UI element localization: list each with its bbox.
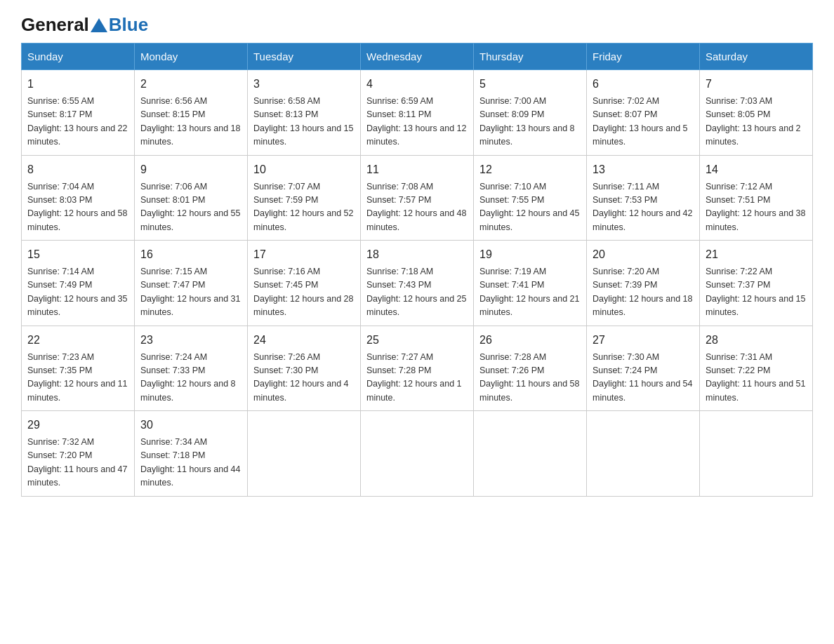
- day-info: Sunrise: 7:10 AMSunset: 7:55 PMDaylight:…: [479, 180, 581, 235]
- calendar-cell: 6Sunrise: 7:02 AMSunset: 8:07 PMDaylight…: [587, 70, 700, 156]
- logo: General Blue: [21, 14, 148, 36]
- day-info: Sunrise: 7:02 AMSunset: 8:07 PMDaylight:…: [593, 95, 694, 149]
- calendar-cell: [248, 411, 361, 497]
- day-info: Sunrise: 7:04 AMSunset: 8:03 PMDaylight:…: [27, 180, 128, 235]
- day-info: Sunrise: 7:27 AMSunset: 7:28 PMDaylight:…: [366, 351, 468, 405]
- day-number: 3: [253, 76, 355, 93]
- day-info: Sunrise: 7:08 AMSunset: 7:57 PMDaylight:…: [366, 180, 468, 235]
- logo-triangle-icon: [91, 18, 107, 32]
- calendar-cell: 5Sunrise: 7:00 AMSunset: 8:09 PMDaylight…: [474, 70, 587, 156]
- day-number: 9: [140, 161, 241, 178]
- day-number: 8: [27, 161, 128, 178]
- day-number: 4: [366, 76, 468, 93]
- weekday-header-friday: Friday: [587, 43, 700, 70]
- logo-general-text: General: [21, 14, 89, 36]
- day-info: Sunrise: 7:12 AMSunset: 7:51 PMDaylight:…: [706, 180, 807, 235]
- day-number: 26: [479, 332, 581, 349]
- calendar-cell: 7Sunrise: 7:03 AMSunset: 8:05 PMDaylight…: [700, 70, 813, 156]
- day-info: Sunrise: 6:56 AMSunset: 8:15 PMDaylight:…: [140, 95, 241, 149]
- day-number: 25: [366, 332, 468, 349]
- day-number: 22: [27, 332, 128, 349]
- week-row-4: 22Sunrise: 7:23 AMSunset: 7:35 PMDayligh…: [22, 326, 813, 411]
- weekday-header-wednesday: Wednesday: [361, 43, 474, 70]
- calendar-cell: 3Sunrise: 6:58 AMSunset: 8:13 PMDaylight…: [248, 70, 361, 156]
- week-row-3: 15Sunrise: 7:14 AMSunset: 7:49 PMDayligh…: [22, 241, 813, 326]
- weekday-header-tuesday: Tuesday: [248, 43, 361, 70]
- calendar-cell: 15Sunrise: 7:14 AMSunset: 7:49 PMDayligh…: [22, 241, 135, 326]
- calendar-cell: 13Sunrise: 7:11 AMSunset: 7:53 PMDayligh…: [587, 155, 700, 241]
- day-number: 27: [593, 332, 694, 349]
- day-number: 1: [27, 76, 128, 93]
- day-number: 7: [706, 76, 807, 93]
- day-number: 14: [706, 161, 807, 178]
- week-row-5: 29Sunrise: 7:32 AMSunset: 7:20 PMDayligh…: [22, 411, 813, 497]
- day-info: Sunrise: 7:16 AMSunset: 7:45 PMDaylight:…: [253, 265, 355, 320]
- day-info: Sunrise: 7:19 AMSunset: 7:41 PMDaylight:…: [479, 265, 581, 320]
- day-number: 12: [479, 161, 581, 178]
- week-row-1: 1Sunrise: 6:55 AMSunset: 8:17 PMDaylight…: [22, 70, 813, 156]
- calendar-cell: 21Sunrise: 7:22 AMSunset: 7:37 PMDayligh…: [700, 241, 813, 326]
- day-number: 2: [140, 76, 241, 93]
- logo-blue-text: Blue: [109, 14, 148, 36]
- day-info: Sunrise: 7:07 AMSunset: 7:59 PMDaylight:…: [253, 180, 355, 235]
- calendar-cell: 23Sunrise: 7:24 AMSunset: 7:33 PMDayligh…: [135, 326, 248, 411]
- week-row-2: 8Sunrise: 7:04 AMSunset: 8:03 PMDaylight…: [22, 155, 813, 241]
- calendar-cell: 29Sunrise: 7:32 AMSunset: 7:20 PMDayligh…: [22, 411, 135, 497]
- day-number: 21: [706, 246, 807, 263]
- day-info: Sunrise: 7:06 AMSunset: 8:01 PMDaylight:…: [140, 180, 241, 235]
- day-info: Sunrise: 7:24 AMSunset: 7:33 PMDaylight:…: [140, 351, 241, 405]
- day-number: 19: [479, 246, 581, 263]
- calendar-cell: 28Sunrise: 7:31 AMSunset: 7:22 PMDayligh…: [700, 326, 813, 411]
- calendar-cell: 8Sunrise: 7:04 AMSunset: 8:03 PMDaylight…: [22, 155, 135, 241]
- day-info: Sunrise: 7:20 AMSunset: 7:39 PMDaylight:…: [593, 265, 694, 320]
- calendar-cell: 18Sunrise: 7:18 AMSunset: 7:43 PMDayligh…: [361, 241, 474, 326]
- day-number: 30: [140, 417, 241, 434]
- day-info: Sunrise: 7:26 AMSunset: 7:30 PMDaylight:…: [253, 351, 355, 405]
- day-info: Sunrise: 7:00 AMSunset: 8:09 PMDaylight:…: [479, 95, 581, 149]
- calendar-cell: 24Sunrise: 7:26 AMSunset: 7:30 PMDayligh…: [248, 326, 361, 411]
- calendar-cell: 25Sunrise: 7:27 AMSunset: 7:28 PMDayligh…: [361, 326, 474, 411]
- calendar-cell: 14Sunrise: 7:12 AMSunset: 7:51 PMDayligh…: [700, 155, 813, 241]
- day-info: Sunrise: 7:18 AMSunset: 7:43 PMDaylight:…: [366, 265, 468, 320]
- calendar-cell: 30Sunrise: 7:34 AMSunset: 7:18 PMDayligh…: [135, 411, 248, 497]
- day-info: Sunrise: 7:23 AMSunset: 7:35 PMDaylight:…: [27, 351, 128, 405]
- day-number: 29: [27, 417, 128, 434]
- weekday-header-monday: Monday: [135, 43, 248, 70]
- day-info: Sunrise: 7:22 AMSunset: 7:37 PMDaylight:…: [706, 265, 807, 320]
- calendar-cell: 4Sunrise: 6:59 AMSunset: 8:11 PMDaylight…: [361, 70, 474, 156]
- day-info: Sunrise: 7:31 AMSunset: 7:22 PMDaylight:…: [706, 351, 807, 405]
- day-info: Sunrise: 7:30 AMSunset: 7:24 PMDaylight:…: [593, 351, 694, 405]
- calendar-cell: [474, 411, 587, 497]
- day-info: Sunrise: 7:11 AMSunset: 7:53 PMDaylight:…: [593, 180, 694, 235]
- calendar-cell: 11Sunrise: 7:08 AMSunset: 7:57 PMDayligh…: [361, 155, 474, 241]
- day-number: 10: [253, 161, 355, 178]
- calendar-cell: [361, 411, 474, 497]
- weekday-header-sunday: Sunday: [22, 43, 135, 70]
- calendar-cell: 12Sunrise: 7:10 AMSunset: 7:55 PMDayligh…: [474, 155, 587, 241]
- calendar-cell: 17Sunrise: 7:16 AMSunset: 7:45 PMDayligh…: [248, 241, 361, 326]
- calendar-cell: 9Sunrise: 7:06 AMSunset: 8:01 PMDaylight…: [135, 155, 248, 241]
- day-info: Sunrise: 7:15 AMSunset: 7:47 PMDaylight:…: [140, 265, 241, 320]
- page-header: General Blue: [21, 14, 813, 36]
- day-info: Sunrise: 7:03 AMSunset: 8:05 PMDaylight:…: [706, 95, 807, 149]
- calendar-cell: 1Sunrise: 6:55 AMSunset: 8:17 PMDaylight…: [22, 70, 135, 156]
- day-info: Sunrise: 6:58 AMSunset: 8:13 PMDaylight:…: [253, 95, 355, 149]
- calendar-table: SundayMondayTuesdayWednesdayThursdayFrid…: [21, 43, 813, 497]
- day-number: 16: [140, 246, 241, 263]
- calendar-cell: [700, 411, 813, 497]
- calendar-cell: 16Sunrise: 7:15 AMSunset: 7:47 PMDayligh…: [135, 241, 248, 326]
- day-number: 17: [253, 246, 355, 263]
- day-number: 5: [479, 76, 581, 93]
- day-info: Sunrise: 6:59 AMSunset: 8:11 PMDaylight:…: [366, 95, 468, 149]
- day-number: 11: [366, 161, 468, 178]
- day-info: Sunrise: 7:14 AMSunset: 7:49 PMDaylight:…: [27, 265, 128, 320]
- calendar-cell: 27Sunrise: 7:30 AMSunset: 7:24 PMDayligh…: [587, 326, 700, 411]
- day-number: 13: [593, 161, 694, 178]
- day-number: 15: [27, 246, 128, 263]
- calendar-cell: 22Sunrise: 7:23 AMSunset: 7:35 PMDayligh…: [22, 326, 135, 411]
- weekday-header-row: SundayMondayTuesdayWednesdayThursdayFrid…: [22, 43, 813, 70]
- calendar-cell: 26Sunrise: 7:28 AMSunset: 7:26 PMDayligh…: [474, 326, 587, 411]
- day-info: Sunrise: 7:28 AMSunset: 7:26 PMDaylight:…: [479, 351, 581, 405]
- day-number: 6: [593, 76, 694, 93]
- day-number: 18: [366, 246, 468, 263]
